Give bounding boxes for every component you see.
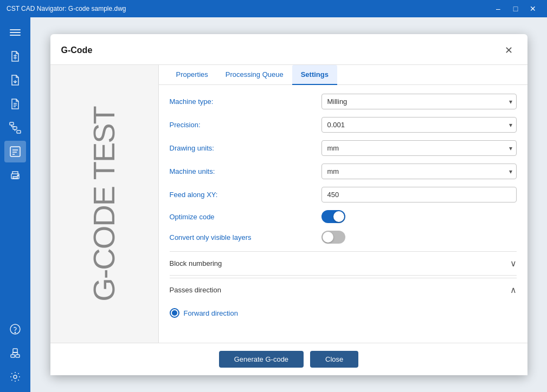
- drawing-units-select-wrapper: mm inch ▾: [321, 140, 517, 156]
- svg-rect-11: [17, 130, 21, 133]
- visible-layers-control: [321, 231, 517, 244]
- minimize-button[interactable]: –: [491, 3, 506, 14]
- block-numbering-chevron-icon: ∨: [510, 258, 517, 269]
- visible-layers-row: Convert only visible layers: [170, 231, 517, 244]
- forward-direction-row: Forward direction: [170, 302, 517, 322]
- machine-units-control: mm inch ▾: [321, 164, 517, 179]
- machine-type-row: Machine type: Milling Turning Laser ▾: [170, 94, 517, 109]
- visible-layers-label: Convert only visible layers: [170, 233, 321, 241]
- machine-units-label: Machine units:: [170, 167, 321, 175]
- machine-units-select-wrapper: mm inch ▾: [321, 164, 517, 179]
- preview-text: G-CODE TEST: [89, 107, 119, 302]
- sidebar-item-hierarchy[interactable]: [4, 117, 26, 139]
- sidebar-item-help[interactable]: [4, 318, 26, 340]
- block-numbering-label: Block numbering: [170, 259, 222, 267]
- machine-units-row: Machine units: mm inch ▾: [170, 164, 517, 179]
- svg-rect-23: [13, 349, 17, 352]
- forward-direction-label: Forward direction: [184, 309, 238, 317]
- passes-direction-label: Passes direction: [170, 286, 221, 294]
- feed-xy-row: Feed along XY:: [170, 187, 517, 202]
- drawing-units-control: mm inch ▾: [321, 140, 517, 156]
- sidebar: [0, 17, 30, 392]
- optimize-code-row: Optimize code: [170, 210, 517, 223]
- close-button[interactable]: Close: [310, 351, 358, 368]
- tab-settings[interactable]: Settings: [292, 65, 337, 85]
- precision-select-wrapper: 0.001 0.01 0.1 ▾: [321, 117, 517, 133]
- content-area: G-Code ✕ G-CODE TEST Properties Processi…: [30, 17, 547, 392]
- precision-select[interactable]: 0.001 0.01 0.1: [321, 117, 517, 133]
- tab-processing-queue[interactable]: Processing Queue: [217, 65, 292, 85]
- optimize-code-toggle-wrapper: [321, 210, 517, 223]
- svg-rect-2: [10, 35, 21, 36]
- block-numbering-section[interactable]: Block numbering ∨: [170, 251, 517, 275]
- machine-units-select[interactable]: mm inch: [321, 164, 517, 179]
- optimize-code-label: Optimize code: [170, 213, 321, 221]
- svg-rect-21: [11, 355, 15, 357]
- titlebar-left: CST CAD Navigator: G-code sample.dwg: [7, 5, 126, 12]
- precision-label: Precision:: [170, 121, 321, 129]
- precision-control: 0.001 0.01 0.1 ▾: [321, 117, 517, 133]
- drawing-units-select[interactable]: mm inch: [321, 140, 517, 156]
- svg-rect-12: [10, 147, 20, 156]
- settings-content: Machine type: Milling Turning Laser ▾: [159, 85, 527, 343]
- svg-point-20: [15, 332, 16, 333]
- svg-rect-1: [10, 32, 21, 33]
- feed-xy-input[interactable]: [321, 187, 517, 202]
- window-close-button[interactable]: ✕: [525, 3, 540, 14]
- dialog-footer: Generate G-code Close: [50, 343, 527, 375]
- sidebar-item-gcode[interactable]: [4, 141, 26, 162]
- app-body: G-Code ✕ G-CODE TEST Properties Processi…: [0, 17, 547, 392]
- precision-row: Precision: 0.001 0.01 0.1 ▾: [170, 117, 517, 133]
- maximize-button[interactable]: □: [508, 3, 523, 14]
- optimize-code-toggle-knob: [333, 211, 344, 222]
- optimize-code-control: [321, 210, 517, 223]
- machine-type-control: Milling Turning Laser ▾: [321, 94, 517, 109]
- dialog-title: G-Code: [61, 45, 93, 55]
- forward-direction-radio[interactable]: [170, 308, 179, 318]
- settings-panel: Properties Processing Queue Settings Mac…: [159, 65, 527, 343]
- feed-xy-control: [321, 187, 517, 202]
- passes-direction-header[interactable]: Passes direction ∧: [170, 278, 517, 302]
- sidebar-item-settings[interactable]: [4, 366, 26, 388]
- svg-point-18: [17, 175, 18, 176]
- dialog-body: G-CODE TEST Properties Processing Queue …: [50, 65, 527, 343]
- machine-type-select-wrapper: Milling Turning Laser ▾: [321, 94, 517, 109]
- svg-rect-17: [13, 177, 17, 179]
- sidebar-item-new-doc[interactable]: [4, 45, 26, 67]
- generate-gcode-button[interactable]: Generate G-code: [219, 351, 304, 368]
- feed-xy-label: Feed along XY:: [170, 191, 321, 199]
- dialog-close-button[interactable]: ✕: [501, 43, 517, 58]
- visible-layers-toggle[interactable]: [321, 231, 345, 244]
- sidebar-item-plugin[interactable]: [4, 342, 26, 364]
- tabs-container: Properties Processing Queue Settings: [159, 65, 527, 85]
- svg-point-28: [14, 375, 17, 378]
- machine-type-label: Machine type:: [170, 97, 321, 106]
- titlebar-controls: – □ ✕: [491, 3, 540, 14]
- sidebar-item-text-doc[interactable]: [4, 93, 26, 115]
- optimize-code-toggle[interactable]: [321, 210, 345, 223]
- svg-rect-0: [10, 29, 21, 30]
- sidebar-item-print[interactable]: [4, 165, 26, 186]
- passes-direction-chevron-icon: ∧: [510, 285, 517, 295]
- visible-layers-toggle-knob: [323, 232, 333, 243]
- gcode-dialog: G-Code ✕ G-CODE TEST Properties Processi…: [50, 34, 527, 375]
- sidebar-item-menu[interactable]: [4, 22, 26, 43]
- sidebar-item-import[interactable]: [4, 69, 26, 91]
- machine-type-select[interactable]: Milling Turning Laser: [321, 94, 517, 109]
- radio-inner: [172, 310, 177, 316]
- drawing-units-row: Drawing units: mm inch ▾: [170, 140, 517, 156]
- svg-rect-9: [10, 122, 14, 125]
- titlebar: CST CAD Navigator: G-code sample.dwg – □…: [0, 0, 547, 17]
- app-title: CST CAD Navigator: G-code sample.dwg: [7, 5, 126, 12]
- tab-properties[interactable]: Properties: [168, 65, 217, 85]
- drawing-units-label: Drawing units:: [170, 144, 321, 152]
- visible-layers-toggle-wrapper: [321, 231, 517, 244]
- svg-rect-22: [16, 355, 20, 357]
- passes-direction-section: Passes direction ∧ Forward direction: [170, 275, 517, 322]
- dialog-header: G-Code ✕: [50, 34, 527, 65]
- preview-panel: G-CODE TEST: [50, 65, 159, 343]
